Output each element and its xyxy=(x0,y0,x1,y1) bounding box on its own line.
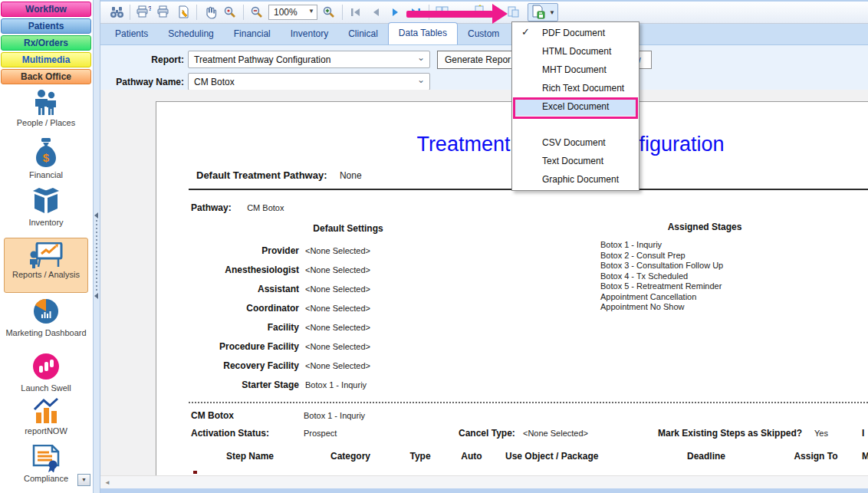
cancel-type-value: <None Selected> xyxy=(523,429,588,438)
chevron-down-icon: ▼ xyxy=(308,8,314,15)
menu-spacer xyxy=(513,116,638,133)
menu-item-text[interactable]: Text Document xyxy=(513,152,638,170)
sidebar-item-label: People / Places xyxy=(0,118,92,127)
menu-item-mht[interactable]: MHT Document xyxy=(513,61,638,79)
setting-row: Coordinator<None Selected> xyxy=(156,301,370,314)
col-header-category: Category xyxy=(312,451,389,462)
report-select[interactable]: Treatment Pathway Configuration ⌄ xyxy=(188,51,430,68)
generate-report-button[interactable]: Generate Repor xyxy=(437,51,523,69)
report-viewer[interactable]: Treatment Pathway Configuration Default … xyxy=(100,90,868,475)
printer-question-icon: ? xyxy=(136,5,151,19)
zoom-level-select[interactable]: 100% ▼ xyxy=(268,5,317,20)
setting-label: Coordinator xyxy=(156,303,299,314)
swell-bars-icon xyxy=(31,351,61,382)
setting-row: Assistant<None Selected> xyxy=(156,281,370,295)
multi-page-view-button[interactable] xyxy=(432,3,452,21)
report-controls: Report: Treatment Pathway Configuration … xyxy=(100,45,868,90)
splitter-grip[interactable] xyxy=(94,211,100,301)
sidebar-item-patients[interactable]: Patients xyxy=(1,18,91,34)
scale-button[interactable] xyxy=(503,3,523,21)
setting-row: Anesthesiologist<None Selected> xyxy=(156,262,370,276)
splitter-dots xyxy=(96,220,97,291)
cut-off-text-mark xyxy=(193,471,197,474)
horizontal-scrollbar[interactable]: ◄ xyxy=(100,475,868,488)
menu-item-excel[interactable]: Excel Document xyxy=(513,97,638,116)
setting-value: Botox 1 - Inquriy xyxy=(305,380,367,389)
menu-item-graphic[interactable]: Graphic Document xyxy=(513,170,638,189)
page-setup-button[interactable] xyxy=(173,3,193,21)
previous-page-button[interactable] xyxy=(366,3,386,21)
scroll-left-icon: ◄ xyxy=(104,479,110,486)
sidebar-item-financial[interactable]: $ Financial xyxy=(0,138,92,179)
col-header-use-object: Use Object / Package xyxy=(505,451,598,462)
export-document-icon xyxy=(531,5,546,20)
app-window: Workflow Patients Rx/Orders Multimedia B… xyxy=(0,0,868,493)
menu-item-rich-text[interactable]: Rich Text Document xyxy=(513,79,638,97)
find-button[interactable] xyxy=(107,3,127,21)
watermark-button[interactable] xyxy=(469,3,489,21)
sidebar-overflow-button[interactable]: ▼ xyxy=(77,474,90,486)
sidebar-item-label: Inventory xyxy=(0,218,92,227)
zoom-in-button[interactable] xyxy=(319,3,339,21)
report-toolbar: ? xyxy=(100,0,868,24)
last-page-button[interactable] xyxy=(406,3,426,21)
tab-data-tables[interactable]: Data Tables xyxy=(388,22,458,44)
export-document-button[interactable]: ▼ xyxy=(528,3,558,21)
menu-item-label: HTML Document xyxy=(542,46,611,57)
quick-print-button[interactable] xyxy=(153,3,173,21)
setting-value: <None Selected> xyxy=(305,361,370,370)
sidebar-item-reportnow[interactable]: reportNOW xyxy=(0,396,92,435)
sidebar-item-marketing-dashboard[interactable]: Marketing Dashboard xyxy=(0,296,92,337)
sidebar-splitter[interactable] xyxy=(93,0,100,493)
tab-clinical[interactable]: Clinical xyxy=(338,24,388,44)
tab-financial[interactable]: Financial xyxy=(224,24,281,44)
tab-custom[interactable]: Custom xyxy=(458,24,509,44)
tab-scheduling[interactable]: Scheduling xyxy=(158,24,223,44)
menu-item-csv[interactable]: CSV Document xyxy=(513,133,638,152)
sidebar-item-launch-swell[interactable]: Launch Swell xyxy=(0,351,92,393)
menu-item-label: PDF Document xyxy=(542,28,605,38)
sidebar-item-workflow[interactable]: Workflow xyxy=(1,2,91,17)
tab-inventory[interactable]: Inventory xyxy=(281,24,338,44)
chevron-down-icon: ▼ xyxy=(81,477,87,482)
hand-tool-button[interactable] xyxy=(200,3,220,21)
pathway-value: CM Botox xyxy=(247,203,284,212)
sidebar-item-multimedia[interactable]: Multimedia xyxy=(1,52,91,67)
menu-item-label: Rich Text Document xyxy=(542,83,624,94)
cancel-type-label: Cancel Type: xyxy=(459,428,515,439)
people-icon xyxy=(31,89,61,117)
toolbar-separator xyxy=(130,5,130,20)
tab-patients[interactable]: Patients xyxy=(105,24,158,44)
first-page-button[interactable] xyxy=(346,3,366,21)
sidebar-item-inventory[interactable]: Inventory xyxy=(0,187,92,227)
skipped-label: Mark Existing Steps as Skipped? xyxy=(658,428,802,439)
print-dialog-button[interactable]: ? xyxy=(133,3,153,21)
magnifier-tool-button[interactable] xyxy=(220,3,240,21)
menu-item-pdf[interactable]: ✓ PDF Document xyxy=(513,24,638,42)
default-settings-header: Default Settings xyxy=(233,223,463,234)
hand-icon xyxy=(203,5,217,19)
toolbar-separator xyxy=(196,5,197,20)
pathway-name-value: CM Botox xyxy=(194,77,235,87)
printer-icon xyxy=(156,5,170,19)
setting-value: <None Selected> xyxy=(305,342,370,351)
assigned-stages-list: Botox 1 - Inquriy Botox 2 - Consult Prep… xyxy=(600,240,723,313)
page-scale-icon xyxy=(505,5,521,20)
zoom-out-button[interactable] xyxy=(247,3,267,21)
collapse-left-icon xyxy=(94,293,98,299)
sidebar-item-reports-analysis[interactable]: Reports / Analysis xyxy=(4,238,88,293)
toolbar-separator xyxy=(342,5,343,20)
menu-item-html[interactable]: HTML Document xyxy=(513,42,638,61)
sidebar-item-back-office[interactable]: Back Office xyxy=(1,69,91,84)
sidebar-item-rx-orders[interactable]: Rx/Orders xyxy=(1,35,91,51)
pie-chart-icon xyxy=(31,296,61,327)
next-page-button[interactable] xyxy=(386,3,406,21)
col-header-step-name: Step Name xyxy=(212,451,288,462)
sidebar-item-people-places[interactable]: People / Places xyxy=(0,89,92,127)
sidebar-item-label: reportNOW xyxy=(0,426,92,435)
next-page-icon xyxy=(391,8,400,17)
col-header-cut: M xyxy=(862,451,868,462)
default-pathway-row: Default Treatment Pathway: None xyxy=(196,168,362,182)
pathway-name-select[interactable]: CM Botox ⌄ xyxy=(188,73,430,90)
check-icon: ✓ xyxy=(521,26,530,38)
